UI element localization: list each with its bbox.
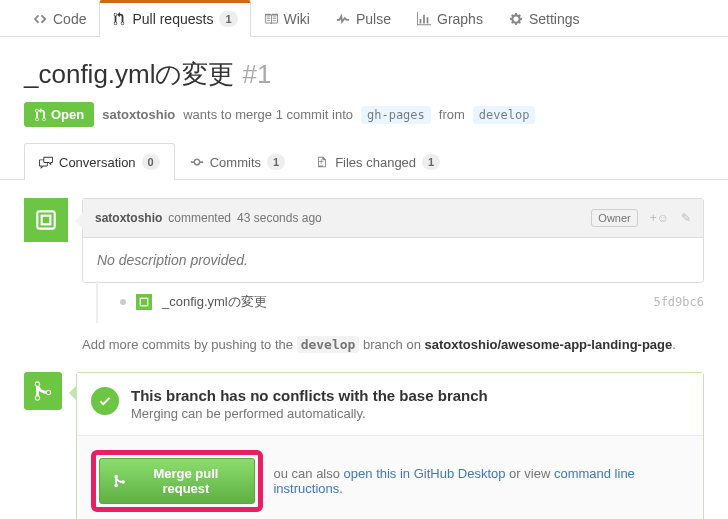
owner-badge: Owner bbox=[591, 209, 637, 227]
comment-item: satoxtoshio commented 43 seconds ago Own… bbox=[24, 198, 704, 283]
subtab-files[interactable]: Files changed 1 bbox=[300, 143, 455, 180]
pr-title-row: _config.ymlの変更 #1 bbox=[24, 57, 704, 92]
pr-header: _config.ymlの変更 #1 Open satoxtoshio wants… bbox=[0, 37, 728, 143]
pr-title: _config.ymlの変更 bbox=[24, 57, 235, 92]
merge-subtitle: Merging can be performed automatically. bbox=[131, 406, 488, 421]
open-desktop-link[interactable]: open this in GitHub Desktop bbox=[344, 466, 506, 481]
tab-pulse[interactable]: Pulse bbox=[323, 0, 404, 37]
tab-wiki-label: Wiki bbox=[284, 11, 310, 27]
comment-body: No description provided. bbox=[83, 238, 703, 282]
graph-icon bbox=[417, 12, 431, 26]
pr-meta-wants: wants to merge 1 commit into bbox=[183, 107, 353, 122]
author-avatar[interactable] bbox=[24, 198, 68, 242]
merge-box: This branch has no conflicts with the ba… bbox=[76, 372, 704, 519]
tab-code[interactable]: Code bbox=[20, 0, 99, 37]
pr-subtabs: Conversation 0 Commits 1 Files changed 1 bbox=[0, 143, 728, 180]
tab-settings[interactable]: Settings bbox=[496, 0, 593, 37]
pr-author[interactable]: satoxtoshio bbox=[102, 107, 175, 122]
tab-code-label: Code bbox=[53, 11, 86, 27]
pr-count-badge: 1 bbox=[219, 11, 237, 27]
merge-section: This branch has no conflicts with the ba… bbox=[24, 372, 704, 519]
check-icon bbox=[98, 394, 112, 408]
base-branch[interactable]: gh-pages bbox=[361, 106, 431, 124]
tab-settings-label: Settings bbox=[529, 11, 580, 27]
comment-header: satoxtoshio commented 43 seconds ago Own… bbox=[83, 199, 703, 238]
tab-pulse-label: Pulse bbox=[356, 11, 391, 27]
book-icon bbox=[264, 12, 278, 26]
subtab-conv-label: Conversation bbox=[59, 155, 136, 170]
pr-state-label: Open bbox=[51, 107, 84, 122]
comment-box: satoxtoshio commented 43 seconds ago Own… bbox=[82, 198, 704, 283]
pr-state-badge: Open bbox=[24, 102, 94, 127]
git-merge-icon bbox=[33, 380, 53, 402]
commit-sha[interactable]: 5fd9bc6 bbox=[653, 295, 704, 309]
merge-status-text: This branch has no conflicts with the ba… bbox=[131, 387, 488, 421]
git-commit-icon bbox=[190, 155, 204, 169]
tab-graphs-label: Graphs bbox=[437, 11, 483, 27]
conv-count: 0 bbox=[142, 154, 160, 170]
pr-number: #1 bbox=[243, 59, 272, 90]
tab-pr-label: Pull requests bbox=[132, 11, 213, 27]
comment-verb: commented bbox=[168, 211, 231, 225]
pr-meta-from: from bbox=[439, 107, 465, 122]
push-hint: Add more commits by pushing to the devel… bbox=[82, 323, 704, 366]
merge-title: This branch has no conflicts with the ba… bbox=[131, 387, 488, 404]
subtab-conversation[interactable]: Conversation 0 bbox=[24, 143, 175, 180]
repo-tabnav: Code Pull requests 1 Wiki Pulse Graphs S… bbox=[0, 0, 728, 37]
commits-count: 1 bbox=[267, 154, 285, 170]
svg-rect-2 bbox=[140, 298, 148, 306]
git-commit-icon bbox=[120, 299, 126, 305]
pr-meta: Open satoxtoshio wants to merge 1 commit… bbox=[24, 102, 704, 127]
svg-rect-0 bbox=[37, 211, 54, 228]
merge-actions: Merge pull request ou can also open this… bbox=[77, 435, 703, 519]
check-circle-icon bbox=[91, 387, 119, 415]
push-hint-branch: develop bbox=[297, 336, 360, 353]
commit-message[interactable]: _config.ymlの変更 bbox=[162, 293, 267, 311]
merge-pull-request-button[interactable]: Merge pull request bbox=[99, 458, 255, 504]
merge-icon-box bbox=[24, 372, 62, 410]
timeline: satoxtoshio commented 43 seconds ago Own… bbox=[0, 180, 728, 519]
avatar-placeholder-icon bbox=[33, 207, 59, 233]
subtab-commits[interactable]: Commits 1 bbox=[175, 143, 300, 180]
git-pull-request-icon bbox=[34, 108, 47, 122]
edit-comment-button[interactable]: ✎ bbox=[681, 211, 691, 225]
comment-time[interactable]: 43 seconds ago bbox=[237, 211, 322, 225]
highlight-annotation: Merge pull request bbox=[91, 450, 263, 512]
git-pull-request-icon bbox=[112, 12, 126, 26]
tab-wiki[interactable]: Wiki bbox=[251, 0, 323, 37]
commit-author-avatar[interactable] bbox=[136, 294, 152, 310]
push-hint-mid: branch on bbox=[363, 337, 421, 352]
push-hint-prefix: Add more commits by pushing to the bbox=[82, 337, 293, 352]
gear-icon bbox=[509, 12, 523, 26]
pulse-icon bbox=[336, 12, 350, 26]
tab-pull-requests[interactable]: Pull requests 1 bbox=[99, 0, 250, 37]
comment-author[interactable]: satoxtoshio bbox=[95, 211, 162, 225]
head-branch[interactable]: develop bbox=[473, 106, 536, 124]
comment-discussion-icon bbox=[39, 155, 53, 169]
diff-icon bbox=[315, 155, 329, 169]
reaction-button[interactable]: +☺ bbox=[650, 211, 669, 225]
files-count: 1 bbox=[422, 154, 440, 170]
merge-button-label: Merge pull request bbox=[131, 466, 240, 496]
avatar-placeholder-icon bbox=[139, 297, 149, 307]
svg-rect-1 bbox=[42, 216, 51, 225]
merge-also-text: ou can also open this in GitHub Desktop … bbox=[273, 466, 689, 496]
commit-row: _config.ymlの変更 5fd9bc6 bbox=[96, 281, 704, 323]
subtab-files-label: Files changed bbox=[335, 155, 416, 170]
git-merge-icon bbox=[114, 474, 125, 488]
subtab-commits-label: Commits bbox=[210, 155, 261, 170]
merge-status: This branch has no conflicts with the ba… bbox=[77, 373, 703, 435]
code-icon bbox=[33, 12, 47, 26]
tab-graphs[interactable]: Graphs bbox=[404, 0, 496, 37]
push-hint-repo: satoxtoshio/awesome-app-landing-page bbox=[425, 337, 673, 352]
